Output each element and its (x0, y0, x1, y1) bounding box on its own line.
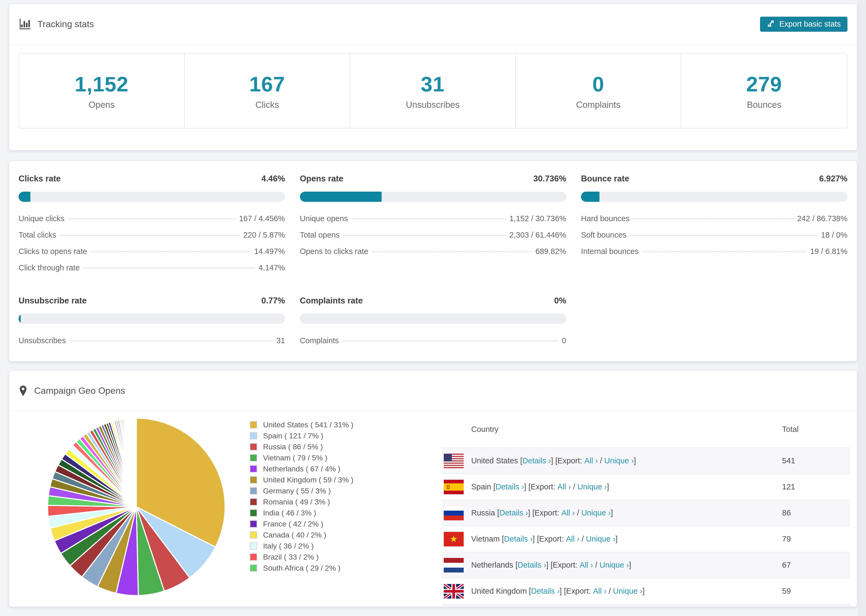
stat-value: 167 (249, 72, 285, 96)
stat-value: 1,152 (75, 72, 129, 96)
bracket: [ (491, 482, 495, 491)
details-link[interactable]: Details › (499, 509, 528, 517)
details-link[interactable]: Details › (495, 482, 524, 491)
export-all-link[interactable]: All › (561, 509, 575, 517)
rate-detail-label: Click through rate (19, 263, 80, 272)
export-unique-link[interactable]: Unique › (613, 587, 642, 596)
dotted-leader (372, 251, 532, 252)
details-link[interactable]: Details › (504, 534, 532, 544)
pie-legend-item: Russia ( 86 / 5% ) (250, 441, 353, 452)
bracket: ] [ (528, 509, 534, 517)
flag-vn-icon (444, 532, 464, 546)
rate-progress-fill (19, 314, 21, 324)
geo-table-row: Spain [ Details › ] [ Export: All › / Un… (442, 473, 850, 500)
rate-detail-row: Unsubscribes 31 (19, 336, 285, 345)
details-link[interactable]: Details › (518, 561, 546, 569)
slash: / (575, 509, 581, 517)
rate-value: 0.77% (261, 296, 285, 306)
page-scrollbar-track[interactable] (858, 0, 866, 616)
export-label: Export: (557, 456, 584, 465)
legend-color-swatch (250, 432, 257, 439)
bracket: [ (495, 509, 499, 517)
export-unique-link[interactable]: Unique › (578, 482, 607, 491)
export-unique-link[interactable]: Unique › (600, 561, 629, 569)
slash: / (571, 482, 578, 491)
rate-detail-value: 2,303 / 61.446% (509, 231, 566, 239)
rate-detail-row: Internal bounces 19 / 6.81% (581, 247, 847, 256)
country-name: Netherlands (471, 561, 513, 569)
rate-detail-label: Complaints (300, 336, 339, 345)
export-all-link[interactable]: All › (593, 587, 606, 596)
export-label: Export: (531, 482, 557, 491)
export-label: Export: (539, 534, 566, 544)
rate-detail-label: Unique clicks (19, 214, 65, 223)
pie-legend-item: Brazil ( 33 / 2% ) (250, 552, 353, 563)
rate-detail-value: 4.147% (258, 263, 285, 272)
dotted-leader (83, 268, 255, 269)
legend-label: United Kingdom ( 59 / 3% ) (263, 476, 353, 484)
export-all-link[interactable]: All › (566, 534, 579, 544)
export-unique-link[interactable]: Unique › (604, 456, 634, 465)
export-unique-link[interactable]: Unique › (586, 534, 616, 544)
export-unique-link[interactable]: Unique › (581, 509, 611, 517)
rate-detail-label: Hard bounces (581, 214, 630, 223)
rate-detail-row: Clicks to opens rate 14.497% (19, 247, 285, 256)
pie-legend-item: Spain ( 121 / 7% ) (250, 430, 353, 441)
rate-detail-row: Hard bounces 242 / 86.738% (581, 214, 847, 223)
flag-gb-icon (444, 584, 464, 599)
rate-value: 0% (554, 296, 567, 306)
rate-block: Opens rate 30.736% Unique opens 1,152 / … (300, 174, 567, 280)
stat-label: Unsubscribes (406, 100, 460, 110)
rate-detail-value: 167 / 4.456% (239, 214, 285, 223)
rate-detail-value: 0 (562, 336, 566, 345)
campaign-geo-opens-card: Campaign Geo Opens United States ( 541 /… (9, 370, 857, 607)
legend-label: Canada ( 40 / 2% ) (263, 531, 326, 539)
bracket: [ (513, 561, 518, 569)
export-button-label: Export basic stats (779, 20, 841, 28)
rate-detail-label: Internal bounces (581, 247, 638, 256)
map-pin-icon (19, 385, 28, 396)
rate-progress-bar (300, 314, 567, 324)
legend-color-swatch (250, 531, 257, 539)
legend-label: Germany ( 55 / 3% ) (263, 487, 331, 495)
total-column-header: Total (782, 425, 850, 434)
bracket: [ (500, 534, 504, 544)
bracket: ] [ (524, 482, 531, 491)
details-link[interactable]: Details › (531, 587, 559, 596)
rate-detail-row: Unique opens 1,152 / 30.736% (300, 214, 567, 223)
geo-opens-table: Country Total United States [ Details › … (442, 411, 850, 607)
pie-legend-item: United Kingdom ( 59 / 3% ) (250, 475, 353, 486)
slash: / (598, 456, 604, 465)
geo-table-header: Country Total (442, 411, 850, 448)
legend-color-swatch (250, 542, 257, 550)
rate-detail-label: Total opens (300, 231, 340, 239)
legend-color-swatch (250, 553, 257, 561)
geo-opens-pie-chart (47, 417, 226, 596)
geo-table-row: Netherlands [ Details › ] [ Export: All … (442, 552, 850, 578)
legend-color-swatch (250, 487, 257, 495)
summary-stat-cell: 1,152 Opens (19, 54, 185, 128)
rate-value: 30.736% (533, 174, 566, 184)
legend-label: India ( 46 / 3% ) (263, 509, 316, 517)
rate-title: Complaints rate (300, 296, 363, 306)
summary-stat-cell: 0 Complaints (516, 54, 682, 128)
export-all-link[interactable]: All › (584, 456, 598, 465)
bracket: ] (615, 534, 617, 544)
export-basic-stats-button[interactable]: Export basic stats (760, 17, 847, 32)
rate-progress-bar (581, 192, 847, 202)
export-all-link[interactable]: All › (557, 482, 571, 491)
export-all-link[interactable]: All › (579, 561, 593, 569)
legend-label: Russia ( 86 / 5% ) (263, 443, 323, 451)
legend-label: France ( 42 / 2% ) (263, 520, 323, 528)
stat-label: Opens (88, 100, 115, 110)
summary-stat-cell: 31 Unsubscribes (350, 54, 516, 128)
summary-stat-cell: 167 Clicks (185, 54, 350, 128)
details-link[interactable]: Details › (522, 456, 551, 465)
rates-grid: Clicks rate 4.46% Unique clicks 167 / 4.… (19, 174, 847, 353)
pie-legend: United States ( 541 / 31% ) Spain ( 121 … (250, 419, 353, 574)
legend-color-swatch (250, 421, 257, 428)
slash: / (606, 587, 613, 596)
rate-progress-bar (300, 192, 567, 202)
flag-us-icon (444, 454, 464, 468)
summary-stat-cell: 279 Bounces (681, 54, 847, 128)
